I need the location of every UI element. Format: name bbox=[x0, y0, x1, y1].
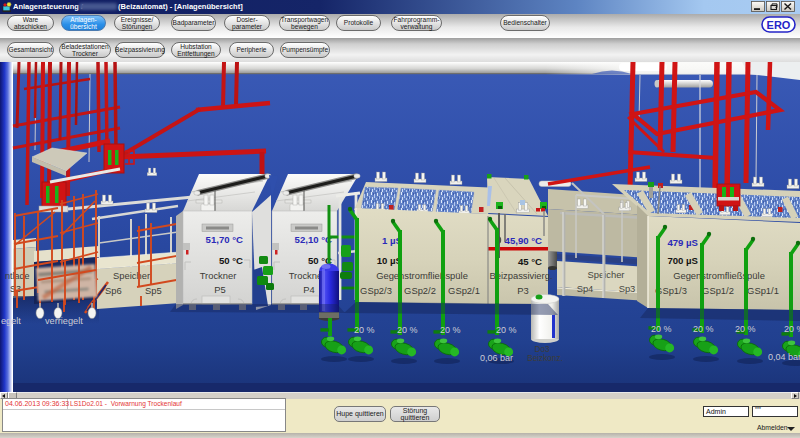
svg-text:Gegenstromfließspüle: Gegenstromfließspüle bbox=[673, 270, 765, 281]
svg-text:700 µS: 700 µS bbox=[667, 255, 698, 266]
svg-text:0,04 bar: 0,04 bar bbox=[768, 352, 800, 362]
svg-text:20 %: 20 % bbox=[651, 324, 672, 334]
svg-text:Sp6: Sp6 bbox=[105, 285, 122, 296]
svg-text:ERO: ERO bbox=[767, 19, 791, 31]
svg-text:verriegelt: verriegelt bbox=[45, 316, 83, 326]
svg-text:Speicher: Speicher bbox=[587, 269, 624, 280]
svg-text:0,06 bar: 0,06 bar bbox=[480, 353, 513, 363]
svg-text:20 %: 20 % bbox=[397, 325, 418, 335]
svg-text:Gegenstromfließspüle: Gegenstromfließspüle bbox=[376, 270, 468, 281]
svg-text:Sp4: Sp4 bbox=[577, 283, 594, 294]
svg-text:GSp2/2: GSp2/2 bbox=[404, 285, 436, 296]
svg-text:P5: P5 bbox=[214, 284, 225, 295]
svg-text:45,90 °C: 45,90 °C bbox=[505, 235, 543, 246]
svg-text:P3: P3 bbox=[517, 285, 528, 296]
svg-text:20 %: 20 % bbox=[496, 325, 517, 335]
svg-text:20 %: 20 % bbox=[735, 324, 756, 334]
svg-text:Do3: Do3 bbox=[534, 345, 549, 354]
svg-text:GSp1/2: GSp1/2 bbox=[702, 285, 734, 296]
svg-text:GSp2/1: GSp2/1 bbox=[448, 285, 480, 296]
svg-text:51,70 °C: 51,70 °C bbox=[206, 234, 244, 245]
svg-text:50 °C: 50 °C bbox=[219, 255, 243, 266]
svg-text:Sp3: Sp3 bbox=[619, 283, 636, 294]
svg-text:Beizkonz.: Beizkonz. bbox=[527, 354, 563, 363]
svg-text:52,10 °C: 52,10 °C bbox=[295, 234, 333, 245]
svg-text:Speicher: Speicher bbox=[113, 270, 150, 281]
svg-text:45 °C: 45 °C bbox=[518, 256, 542, 267]
svg-text:479 µS: 479 µS bbox=[667, 237, 698, 248]
svg-text:P4: P4 bbox=[303, 284, 314, 295]
svg-text:GSp2/3: GSp2/3 bbox=[360, 285, 392, 296]
svg-text:20 %: 20 % bbox=[440, 325, 461, 335]
svg-text:Trockner: Trockner bbox=[200, 270, 237, 281]
svg-text:Sp5: Sp5 bbox=[145, 285, 162, 296]
svg-text:egelt: egelt bbox=[1, 316, 21, 326]
svg-text:20 %: 20 % bbox=[784, 324, 800, 334]
svg-text:GSp1/1: GSp1/1 bbox=[747, 285, 779, 296]
svg-text:ntlade: ntlade bbox=[5, 271, 30, 281]
svg-text:20 %: 20 % bbox=[354, 325, 375, 335]
svg-text:20 %: 20 % bbox=[693, 324, 714, 334]
